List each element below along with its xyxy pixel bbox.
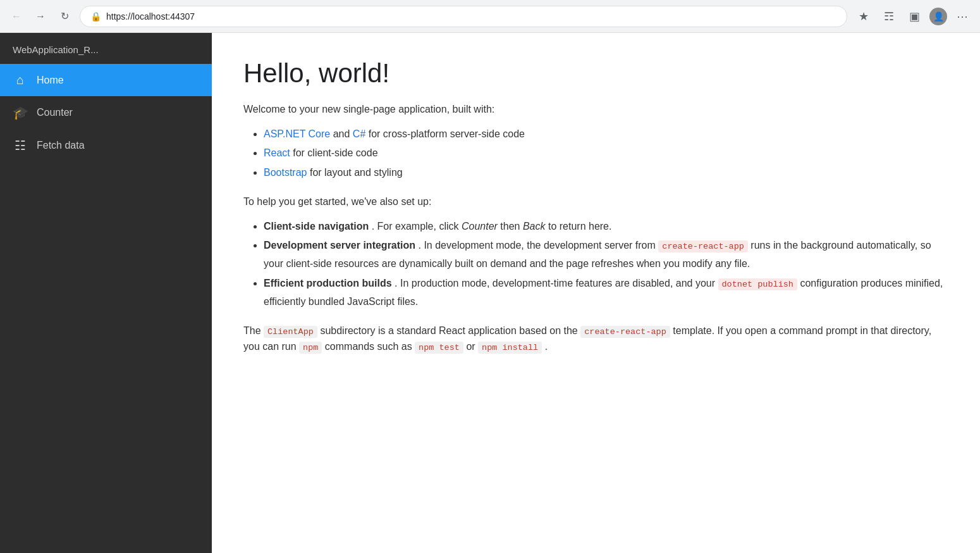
bold-client-nav: Client-side navigation bbox=[264, 221, 369, 232]
list-item-prod-builds: Efficient production builds . In product… bbox=[264, 275, 948, 311]
back-button[interactable]: ← bbox=[8, 8, 25, 25]
bootstrap-link[interactable]: Bootstrap bbox=[264, 167, 307, 178]
sidebar-item-fetch-data[interactable]: ☷ Fetch data bbox=[0, 129, 212, 162]
reload-button[interactable]: ↻ bbox=[56, 8, 73, 25]
sidebar: WebApplication_R... ⌂ Home 🎓 Counter ☷ F… bbox=[0, 33, 212, 553]
browser-chrome: ← → ↻ 🔒 https://localhost:44307 ★ ☶ ▣ 👤 … bbox=[0, 0, 980, 33]
lock-icon: 🔒 bbox=[90, 11, 101, 22]
code-clientapp: ClientApp bbox=[264, 326, 317, 338]
code-npm-install: npm install bbox=[478, 342, 542, 354]
menu-icon[interactable]: ⋯ bbox=[952, 6, 972, 27]
sidebar-item-counter[interactable]: 🎓 Counter bbox=[0, 96, 212, 129]
code-npm: npm bbox=[299, 342, 322, 354]
intro-text: Welcome to your new single-page applicat… bbox=[243, 101, 948, 118]
sidebar-item-home[interactable]: ⌂ Home bbox=[0, 64, 212, 96]
favorites-icon[interactable]: ★ bbox=[854, 6, 874, 27]
section2-intro: To help you get started, we've also set … bbox=[243, 194, 948, 210]
main-content: Hello, world! Welcome to your new single… bbox=[212, 33, 980, 553]
address-bar[interactable]: 🔒 https://localhost:44307 bbox=[80, 6, 847, 27]
forward-button[interactable]: → bbox=[32, 8, 49, 25]
code-create-react-app-2: create-react-app bbox=[580, 326, 670, 338]
list-item-client-nav: Client-side navigation . For example, cl… bbox=[264, 218, 948, 236]
code-npm-test: npm test bbox=[415, 342, 463, 354]
bullets-list-2: Client-side navigation . For example, cl… bbox=[243, 218, 948, 311]
bold-prod-builds: Efficient production builds bbox=[264, 278, 392, 289]
avatar[interactable]: 👤 bbox=[929, 8, 947, 25]
aspnetcore-link[interactable]: ASP.NET Core bbox=[264, 128, 330, 139]
bullets-list-1: ASP.NET Core and C# for cross-platform s… bbox=[243, 125, 948, 182]
code-create-react-app-1: create-react-app bbox=[658, 240, 748, 252]
sidebar-label-fetch-data: Fetch data bbox=[37, 140, 85, 151]
list-item-dev-server: Development server integration . In deve… bbox=[264, 237, 948, 273]
reading-list-icon[interactable]: ☶ bbox=[879, 6, 899, 27]
home-icon: ⌂ bbox=[13, 73, 28, 87]
list-item: ASP.NET Core and C# for cross-platform s… bbox=[264, 125, 948, 144]
sidebar-label-home: Home bbox=[37, 75, 64, 86]
bottom-paragraph: The ClientApp subdirectory is a standard… bbox=[243, 323, 948, 355]
code-dotnet-publish: dotnet publish bbox=[718, 278, 797, 290]
list-icon: ☷ bbox=[13, 138, 28, 153]
url-text: https://localhost:44307 bbox=[106, 11, 836, 22]
page-title: Hello, world! bbox=[243, 58, 948, 89]
toolbar-icons: ★ ☶ ▣ 👤 ⋯ bbox=[854, 6, 972, 27]
app-layout: WebApplication_R... ⌂ Home 🎓 Counter ☷ F… bbox=[0, 33, 980, 553]
graduation-icon: 🎓 bbox=[13, 105, 28, 120]
sidebar-nav: ⌂ Home 🎓 Counter ☷ Fetch data bbox=[0, 64, 212, 162]
csharp-link[interactable]: C# bbox=[353, 128, 365, 139]
list-item: Bootstrap for layout and styling bbox=[264, 164, 948, 182]
bold-dev-server: Development server integration bbox=[264, 240, 415, 251]
react-link[interactable]: React bbox=[264, 147, 290, 158]
sidebar-label-counter: Counter bbox=[37, 107, 73, 118]
sidebar-title: WebApplication_R... bbox=[0, 33, 212, 64]
list-item: React for client-side code bbox=[264, 144, 948, 163]
collections-icon[interactable]: ▣ bbox=[904, 6, 924, 27]
